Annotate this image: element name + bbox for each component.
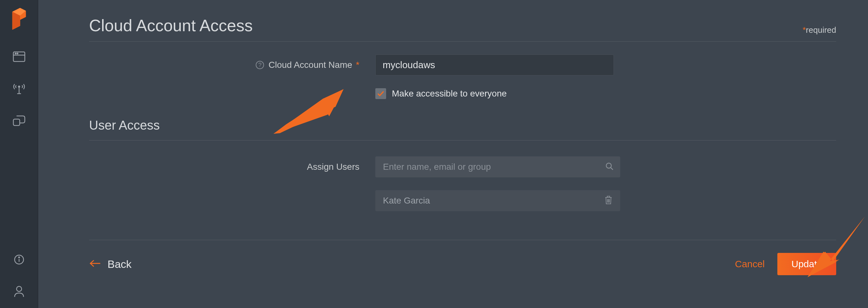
svg-point-4 bbox=[19, 86, 20, 87]
svg-point-9 bbox=[19, 257, 20, 258]
assigned-user-chip: Kate Garcia bbox=[375, 190, 620, 211]
back-button[interactable]: Back bbox=[89, 258, 132, 271]
sidebar-item-info[interactable] bbox=[0, 244, 38, 276]
main-content: Cloud Account Access *required ? Cloud A… bbox=[38, 0, 868, 308]
sidebar-item-dashboard[interactable] bbox=[0, 41, 38, 73]
window-icon bbox=[13, 51, 26, 63]
svg-point-2 bbox=[15, 53, 16, 54]
antenna-icon bbox=[12, 82, 26, 96]
logo bbox=[10, 6, 28, 32]
sidebar bbox=[0, 0, 38, 308]
update-button[interactable]: Update bbox=[777, 253, 836, 275]
required-label: required bbox=[806, 25, 836, 35]
svg-point-12 bbox=[606, 163, 611, 168]
sidebar-item-storage[interactable] bbox=[0, 105, 38, 137]
back-label: Back bbox=[107, 258, 132, 271]
assigned-user-name: Kate Garcia bbox=[383, 196, 430, 206]
cloud-account-name-input[interactable] bbox=[375, 54, 614, 76]
user-access-title: User Access bbox=[89, 118, 836, 133]
info-icon bbox=[14, 254, 25, 266]
svg-line-13 bbox=[611, 168, 613, 170]
trash-icon[interactable] bbox=[604, 195, 613, 206]
sidebar-item-network[interactable] bbox=[0, 73, 38, 105]
help-icon[interactable]: ? bbox=[256, 61, 264, 69]
cancel-button[interactable]: Cancel bbox=[735, 259, 765, 270]
cloud-account-name-label: Cloud Account Name bbox=[269, 60, 352, 70]
user-icon bbox=[14, 285, 25, 299]
assign-users-label: Assign Users bbox=[307, 162, 360, 172]
svg-point-11 bbox=[17, 286, 22, 291]
section-divider bbox=[89, 140, 836, 140]
disk-group-icon bbox=[12, 114, 26, 128]
svg-point-3 bbox=[17, 53, 18, 54]
accessible-label: Make accessible to everyone bbox=[392, 88, 507, 99]
page-title: Cloud Account Access bbox=[89, 16, 253, 35]
accessible-checkbox[interactable] bbox=[375, 88, 386, 99]
svg-marker-20 bbox=[321, 89, 343, 111]
search-icon[interactable] bbox=[605, 162, 614, 172]
sidebar-item-user[interactable] bbox=[0, 276, 38, 308]
cloud-account-name-label-wrap: ? Cloud Account Name * bbox=[89, 60, 375, 70]
assign-users-search[interactable] bbox=[375, 157, 620, 177]
svg-rect-7 bbox=[13, 119, 20, 125]
required-note: *required bbox=[803, 25, 836, 35]
arrow-left-icon bbox=[89, 259, 100, 269]
assign-users-label-wrap: Assign Users bbox=[89, 162, 375, 172]
